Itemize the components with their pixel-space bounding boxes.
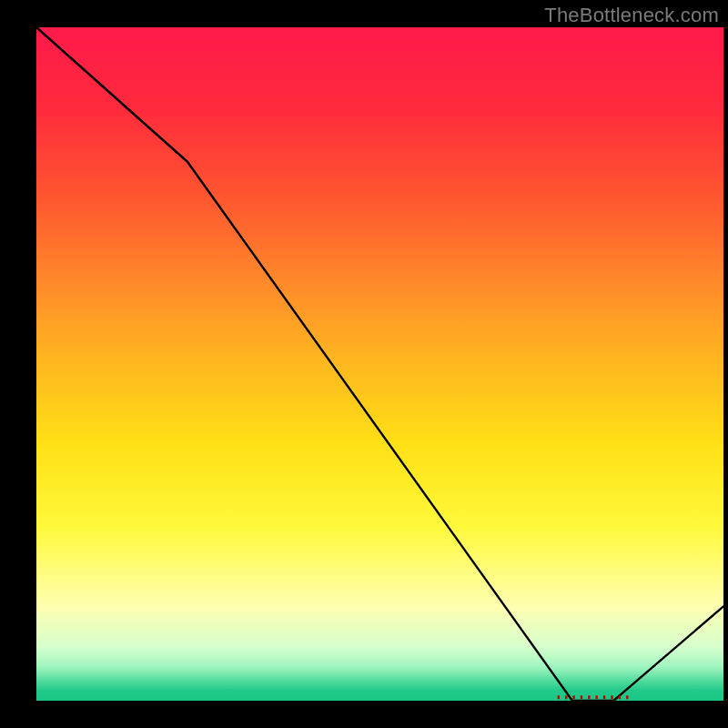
svg-rect-5 bbox=[596, 695, 598, 699]
svg-rect-2 bbox=[572, 695, 574, 699]
plot-background bbox=[36, 27, 723, 701]
svg-rect-8 bbox=[619, 695, 621, 699]
svg-rect-1 bbox=[565, 695, 567, 699]
bottleneck-chart bbox=[0, 0, 728, 728]
chart-frame: TheBottleneck.com bbox=[0, 0, 728, 728]
svg-rect-3 bbox=[581, 695, 582, 699]
svg-rect-0 bbox=[558, 695, 560, 699]
attribution-text: TheBottleneck.com bbox=[544, 4, 719, 27]
svg-rect-6 bbox=[603, 695, 605, 699]
svg-rect-9 bbox=[626, 695, 628, 699]
svg-rect-7 bbox=[611, 695, 612, 699]
svg-rect-4 bbox=[588, 695, 590, 699]
